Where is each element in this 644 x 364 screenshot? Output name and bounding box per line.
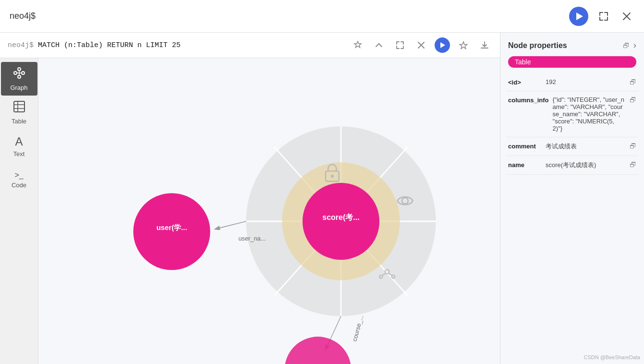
svg-point-2 xyxy=(22,72,24,74)
prop-key-name: name xyxy=(508,161,542,169)
query-prompt: neo4j$ xyxy=(8,41,34,49)
svg-point-19 xyxy=(331,175,334,178)
prop-row-comment: comment 考试成绩表 🗗 xyxy=(506,137,638,156)
prop-value-comment: 考试成绩表 xyxy=(546,142,626,151)
svg-text:score(考...: score(考... xyxy=(322,213,359,221)
properties-expand-icon[interactable]: › xyxy=(633,40,636,50)
graph-area: score(考... xyxy=(38,58,500,364)
left-sidebar: Graph Table A Text xyxy=(0,58,38,364)
text-icon: A xyxy=(15,135,23,148)
close-button[interactable] xyxy=(619,9,634,24)
sidebar-item-table[interactable]: Table xyxy=(1,96,37,129)
svg-line-28 xyxy=(215,221,246,229)
sidebar-table-label: Table xyxy=(12,118,26,125)
svg-point-26 xyxy=(134,193,210,270)
svg-point-3 xyxy=(18,75,21,78)
properties-header-icons: 🗗 › xyxy=(623,40,636,50)
sidebar-item-text[interactable]: A Text xyxy=(1,129,37,163)
sidebar-text-label: Text xyxy=(13,150,25,158)
svg-text:course_...: course_... xyxy=(351,314,365,342)
app-title: neo4j$ xyxy=(10,11,569,21)
prop-row-id: <id> 192 🗗 xyxy=(506,73,638,91)
svg-point-32 xyxy=(285,337,352,364)
sidebar-graph-label: Graph xyxy=(10,84,27,91)
expand-button[interactable] xyxy=(596,9,611,24)
top-bar-actions xyxy=(569,7,634,26)
prop-copy-columns-info[interactable]: 🗗 xyxy=(630,96,636,104)
sidebar-code-label: Code xyxy=(12,182,26,189)
play-icon xyxy=(576,12,583,20)
graph-svg: score(考... xyxy=(38,58,500,364)
svg-text:user_na...: user_na... xyxy=(238,235,266,242)
prop-key-comment: comment xyxy=(508,142,542,150)
prop-row-name: name score(考试成绩表) 🗗 xyxy=(506,156,638,175)
pin-button[interactable] xyxy=(350,37,365,53)
query-header: neo4j$ MATCH (n:Table) RETURN n LIMIT 25 xyxy=(0,33,500,58)
prop-copy-id[interactable]: 🗗 xyxy=(630,78,636,86)
properties-panel: Node properties 🗗 › Table <id> 192 🗗 col… xyxy=(500,33,644,364)
prop-key-id: <id> xyxy=(508,78,542,86)
query-panel: neo4j$ MATCH (n:Table) RETURN n LIMIT 25 xyxy=(0,33,500,364)
node-type-badge[interactable]: Table xyxy=(508,56,636,68)
svg-point-16 xyxy=(303,183,379,260)
query-run-button[interactable] xyxy=(435,37,450,53)
prop-key-columns-info: columns_info xyxy=(508,96,549,104)
prop-value-columns-info: {"id": "INTEGER", "user_name": "VARCHAR"… xyxy=(553,96,626,132)
svg-text:user(学...: user(学... xyxy=(157,223,187,231)
properties-copy-icon[interactable]: 🗗 xyxy=(623,42,630,49)
svg-rect-6 xyxy=(14,101,24,112)
sidebar-item-code[interactable]: >_ Code xyxy=(1,163,37,196)
query-header-actions xyxy=(350,37,492,53)
fullscreen-button[interactable] xyxy=(392,37,408,53)
svg-point-1 xyxy=(18,68,21,71)
watermark: CSDN @BeeShareData xyxy=(583,354,640,360)
prop-value-name: score(考试成绩表) xyxy=(546,161,626,170)
properties-title: Node properties xyxy=(508,41,567,50)
top-bar: neo4j$ xyxy=(0,0,644,33)
prop-copy-comment[interactable]: 🗗 xyxy=(630,142,636,150)
query-text: neo4j$ MATCH (n:Table) RETURN n LIMIT 25 xyxy=(8,41,346,49)
prop-row-columns-info: columns_info {"id": "INTEGER", "user_nam… xyxy=(506,91,638,137)
sidebar-item-graph[interactable]: Graph xyxy=(1,62,37,96)
prop-copy-name[interactable]: 🗗 xyxy=(630,161,636,169)
svg-point-0 xyxy=(14,72,17,74)
download-button[interactable] xyxy=(477,37,492,53)
table-icon xyxy=(13,100,25,116)
query-play-icon xyxy=(440,42,445,48)
query-command: MATCH (n:Table) RETURN n LIMIT 25 xyxy=(38,41,181,49)
collapse-button[interactable] xyxy=(371,37,387,53)
run-button[interactable] xyxy=(569,7,588,26)
properties-table: <id> 192 🗗 columns_info {"id": "INTEGER"… xyxy=(500,73,644,356)
prop-value-id: 192 xyxy=(546,78,626,85)
properties-header: Node properties 🗗 › xyxy=(500,33,644,54)
query-close-button[interactable] xyxy=(413,37,429,53)
graph-icon xyxy=(13,67,25,82)
favorite-button[interactable] xyxy=(456,37,471,53)
main-content: neo4j$ MATCH (n:Table) RETURN n LIMIT 25 xyxy=(0,33,644,364)
code-icon: >_ xyxy=(14,171,23,180)
